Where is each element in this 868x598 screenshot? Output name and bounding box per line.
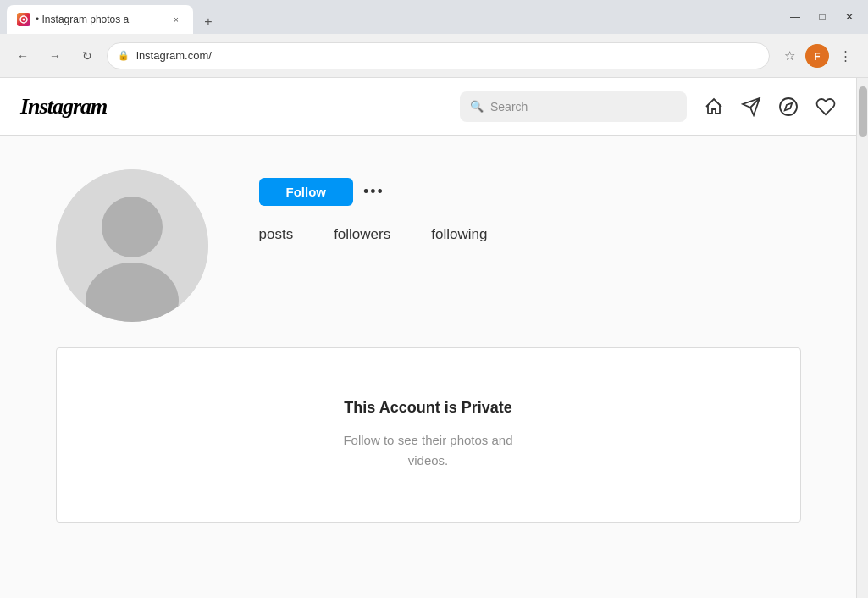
minimize-button[interactable]: — [783,5,807,29]
search-icon: 🔍 [470,100,484,113]
refresh-button[interactable]: ↻ [75,43,100,69]
scrollbar-thumb[interactable] [859,86,867,137]
svg-point-4 [780,98,797,115]
profile-actions: Follow ••• [259,178,801,206]
browser-window: • Instagram photos a × + — □ ✕ ← → ↻ 🔒 i… [0,0,868,598]
nav-actions: ☆ F ⋮ [777,43,858,69]
private-account-box: This Account is Private Follow to see th… [56,347,801,523]
browser-menu-button[interactable]: ⋮ [832,43,858,69]
following-label: following [431,226,487,243]
svg-text:F: F [814,51,820,63]
bookmark-button[interactable]: ☆ [777,43,802,69]
private-account-subtitle: Follow to see their photos andvideos. [91,430,766,471]
posts-label: posts [259,226,294,243]
page-content: Instagram 🔍 Search [0,78,856,598]
profile-picture [56,169,208,322]
address-text: instagram.com/ [136,49,759,62]
heart-icon[interactable] [815,97,836,117]
nav-bar: ← → ↻ 🔒 instagram.com/ ☆ F ⋮ [0,34,868,78]
close-button[interactable]: ✕ [838,5,861,29]
scrollbar[interactable] [856,78,868,598]
window-controls: — □ ✕ [783,5,861,34]
compass-icon[interactable] [778,97,799,117]
content-area: Instagram 🔍 Search [0,78,868,598]
nav-icons [704,97,836,117]
instagram-header: Instagram 🔍 Search [0,78,856,136]
maximize-button[interactable]: □ [810,5,834,29]
direct-icon[interactable] [741,97,761,117]
posts-stat[interactable]: posts [259,226,294,243]
profile-info: Follow ••• posts followers following [259,169,801,260]
forward-button[interactable]: → [42,43,68,69]
browser-profile-button[interactable]: F [805,44,829,68]
profile-section: Follow ••• posts followers following [5,136,852,347]
search-bar[interactable]: 🔍 Search [460,91,687,122]
back-button[interactable]: ← [10,43,36,69]
private-account-title: This Account is Private [91,399,766,417]
instagram-logo[interactable]: Instagram [20,94,443,119]
tab-close-button[interactable]: × [169,13,183,26]
address-bar[interactable]: 🔒 instagram.com/ [107,42,770,69]
tab-favicon [17,13,30,26]
followers-stat[interactable]: followers [334,226,390,243]
svg-point-6 [102,197,163,257]
more-options-button[interactable]: ••• [363,183,384,201]
following-stat[interactable]: following [431,226,487,243]
lock-icon: 🔒 [118,50,130,61]
home-icon[interactable] [704,97,724,117]
new-tab-button[interactable]: + [196,10,220,34]
followers-label: followers [334,226,390,243]
svg-point-1 [23,19,25,21]
title-bar: • Instagram photos a × + — □ ✕ [0,0,868,34]
browser-tab[interactable]: • Instagram photos a × [7,5,193,34]
follow-button[interactable]: Follow [259,178,354,206]
profile-stats: posts followers following [259,226,801,243]
tab-title: • Instagram photos a [36,14,164,25]
search-placeholder: Search [490,100,528,114]
